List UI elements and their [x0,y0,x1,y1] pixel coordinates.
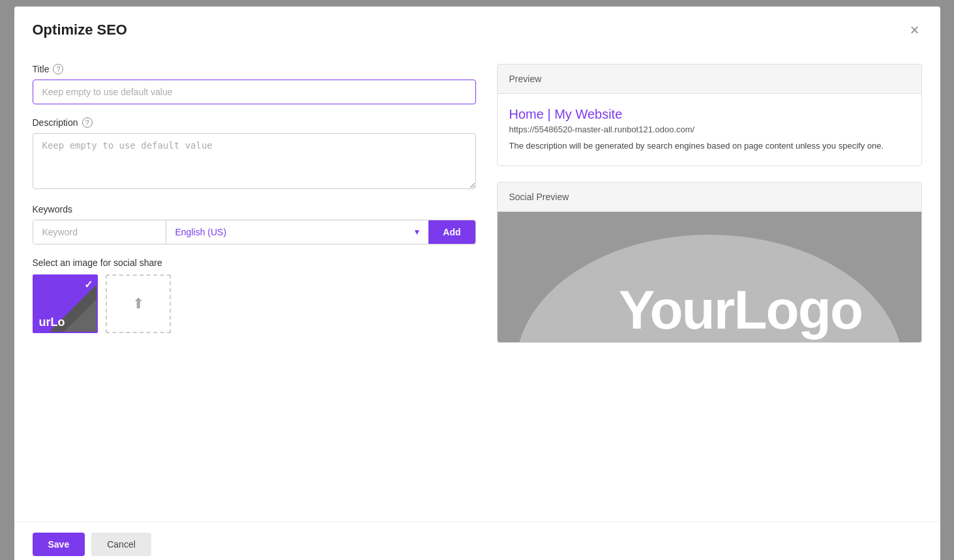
svg-text:YourLogo: YourLogo [618,278,861,340]
dialog-header: Optimize SEO × [14,7,940,51]
dialog-overlay: Optimize SEO × Title ? Description [0,0,954,560]
description-label: Description ? [33,117,476,128]
social-preview-image: YourLogo [498,212,921,342]
preview-body: Home | My Website https://55486520-maste… [498,94,921,166]
image-row: urLo ✓ ⬆ [33,274,476,333]
optimize-seo-dialog: Optimize SEO × Title ? Description [14,7,940,560]
title-help-icon: ? [53,64,63,74]
keyword-input[interactable] [33,220,166,244]
keywords-field-group: Keywords English (US) ▼ Add [33,204,476,244]
keywords-row: English (US) ▼ Add [33,220,476,244]
description-help-icon: ? [82,117,93,128]
preview-section: Preview Home | My Website https://554865… [497,64,922,166]
close-button[interactable]: × [907,20,921,40]
left-panel: Title ? Description ? Keywords [33,64,476,522]
description-input[interactable] [33,133,476,189]
dialog-title: Optimize SEO [33,22,127,38]
social-image-label: Select an image for social share [33,258,476,268]
dialog-footer: Save Cancel [14,522,940,560]
description-field-group: Description ? [33,117,476,191]
social-logo-svg: YourLogo [498,212,921,342]
preview-url: https://55486520-master-all.runbot121.od… [509,125,910,134]
checkmark-icon: ✓ [84,278,93,291]
add-keyword-button[interactable]: Add [428,220,475,244]
language-select[interactable]: English (US) [166,220,429,244]
social-image-group: Select an image for social share urLo ✓ [33,258,476,333]
keywords-label: Keywords [33,204,476,214]
preview-page-title: Home | My Website [509,107,910,122]
thumb-inner: urLo ✓ [34,276,97,332]
social-logo-background: YourLogo [498,212,921,342]
selected-image-thumb[interactable]: urLo ✓ [33,274,98,333]
thumb-triangle [64,299,97,332]
save-button[interactable]: Save [33,533,85,556]
right-panel: Preview Home | My Website https://554865… [497,64,922,522]
preview-description: The description will be generated by sea… [509,140,910,153]
title-field-group: Title ? [33,64,476,104]
upload-icon: ⬆ [132,295,144,312]
language-select-wrapper: English (US) ▼ [166,220,429,244]
upload-image-box[interactable]: ⬆ [106,274,171,333]
cancel-button[interactable]: Cancel [91,533,151,556]
dialog-body: Title ? Description ? Keywords [14,51,940,522]
preview-header: Preview [498,65,921,94]
social-preview-header: Social Preview [498,183,921,212]
thumb-text: urLo [39,316,65,328]
title-input[interactable] [33,80,476,104]
social-preview-section: Social Preview YourLogo [497,182,922,343]
title-label: Title ? [33,64,476,74]
